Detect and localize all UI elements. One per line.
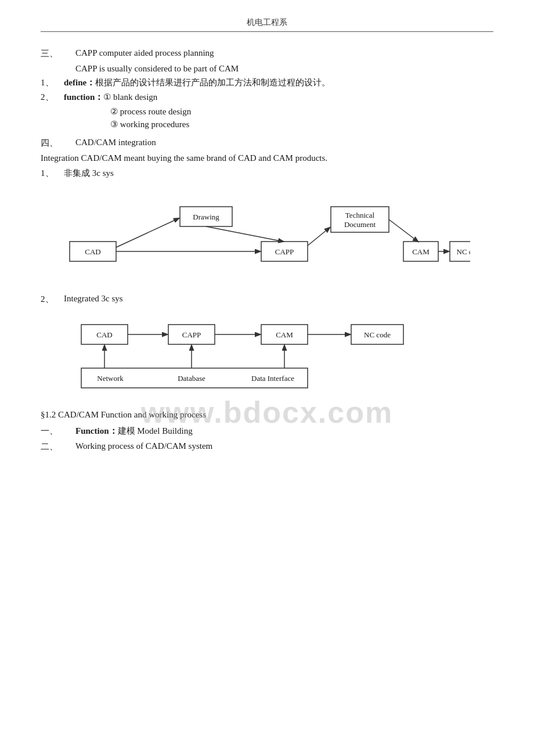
function-item-1: ① blank design (103, 92, 157, 102)
item-non-integrated-num: 1、 (41, 168, 64, 179)
item-integrated-text: Integrated 3c sys (64, 294, 123, 305)
diagram1-drawing-label: Drawing (193, 213, 219, 221)
diagram1-nc-label: NC codes (457, 247, 470, 256)
diagram2-database-label: Database (178, 374, 205, 383)
item-non-integrated: 1、 非集成 3c sys (41, 168, 493, 179)
section-four: 四、 CAD/CAM integration (41, 138, 493, 149)
item-integrated: 2、 Integrated 3c sys (41, 294, 493, 305)
diagram2-nc-label: NC code (364, 330, 391, 339)
item-integrated-num: 2、 (41, 294, 64, 305)
item-define: 1、 define：根据产品的设计结果进行产品的加工方法和制造过程的设计。 (41, 77, 493, 88)
item-define-num: 1、 (41, 77, 64, 88)
section-three: 三、 CAPP computer aided process planning (41, 48, 493, 59)
diagram1-cad-label: CAD (85, 247, 100, 256)
diagram2-cam-label: CAM (276, 330, 293, 339)
func-er-text: Working process of CAD/CAM system (75, 441, 212, 452)
item-function-num: 2、 (41, 92, 64, 103)
diagram2-svg: CAD CAPP CAM NC code Network Database Da… (75, 313, 459, 397)
diagram1-capp-label: CAPP (275, 247, 294, 256)
diagram2-network-label: Network (97, 374, 124, 383)
diagram1-tech-doc-label1: Technical (345, 211, 375, 219)
func-er-num: 二、 (41, 441, 75, 452)
func-yi-label: Function： (75, 426, 118, 435)
section-three-title: CAPP computer aided process planning (75, 48, 214, 58)
section-four-num: 四、 (41, 138, 75, 149)
item-function-text: function：① blank design (64, 92, 157, 103)
section-three-subtitle: CAPP is usually considered to be part of… (75, 64, 493, 74)
svg-line-9 (308, 228, 330, 246)
section-four-title: CAD/CAM integration (75, 138, 156, 147)
diagram2-container: CAD CAPP CAM NC code Network Database Da… (41, 313, 493, 397)
func-yi: 一、 Function：建模 Model Building (41, 426, 493, 437)
func-yi-num: 一、 (41, 426, 75, 437)
item-function-label: function： (64, 92, 103, 102)
item-define-text: define：根据产品的设计结果进行产品的加工方法和制造过程的设计。 (64, 77, 330, 88)
diagram2-cad-label: CAD (96, 330, 112, 339)
function-item-2: ② process route design (110, 106, 493, 117)
func-er: 二、 Working process of CAD/CAM system (41, 441, 493, 452)
diagram2-capp-label: CAPP (182, 330, 201, 339)
diagram1-container: CAD Drawing CAPP Technical Document CAM … (41, 189, 493, 282)
item-define-label: define： (64, 78, 95, 87)
diagram1-svg: CAD Drawing CAPP Technical Document CAM … (64, 189, 470, 282)
section-12: §1.2 CAD/CAM Function and working proces… (41, 410, 493, 420)
svg-line-8 (206, 226, 283, 242)
page-header: 机电工程系 (41, 17, 493, 32)
function-item-3: ③ working procedures (110, 119, 493, 129)
diagram1-cam-label: CAM (412, 247, 430, 256)
item-non-integrated-text: 非集成 3c sys (64, 168, 114, 179)
svg-line-6 (116, 218, 179, 247)
section-three-num: 三、 (41, 48, 75, 59)
diagram1-tech-doc-label2: Document (344, 220, 376, 229)
diagram2-data-interface-label: Data Interface (251, 374, 294, 383)
four-desc: Integration CAD/CAM meant buying the sam… (41, 153, 493, 163)
header-title: 机电工程系 (247, 18, 287, 27)
page: 机电工程系 三、 CAPP computer aided process pla… (0, 0, 534, 756)
func-yi-text: Function：建模 Model Building (75, 426, 193, 437)
item-function: 2、 function：① blank design (41, 92, 493, 103)
svg-line-10 (389, 219, 418, 242)
